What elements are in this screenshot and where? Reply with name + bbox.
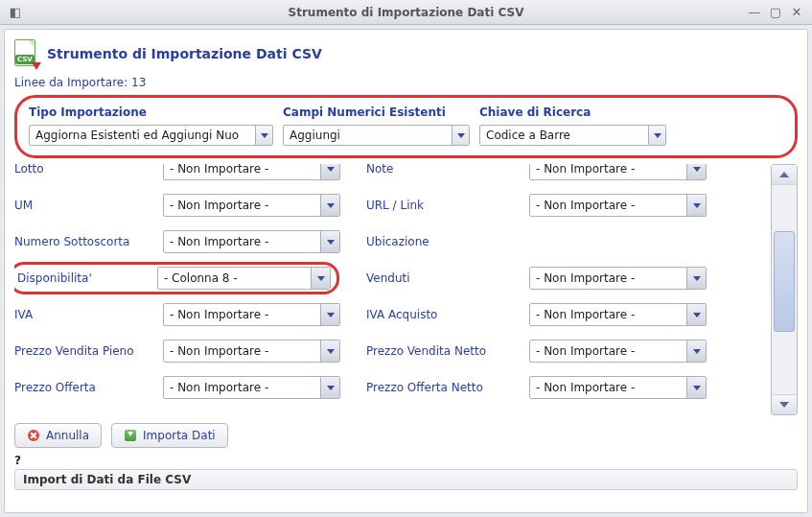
chiave-ricerca-select[interactable]: Codice a Barre — [479, 125, 666, 146]
field-label-poffertanetto: Prezzo Offerta Netto — [366, 381, 529, 394]
chevron-down-icon — [320, 377, 339, 398]
field-row: Prezzo Vendita Pieno - Non Importare - P… — [14, 333, 763, 369]
field-row: Prezzo Offerta - Non Importare - Prezzo … — [14, 369, 763, 406]
field-select-iva[interactable]: - Non Importare - — [163, 303, 340, 326]
cancel-button[interactable]: Annulla — [14, 423, 102, 448]
field-label-pofferta: Prezzo Offerta — [14, 381, 163, 394]
chevron-down-icon — [255, 126, 272, 145]
csv-file-icon: CSV — [14, 39, 39, 68]
campi-numerici-select[interactable]: Aggiungi — [283, 125, 470, 146]
chevron-down-icon — [686, 341, 706, 362]
field-select-venduti[interactable]: - Non Importare - — [529, 267, 707, 290]
chevron-down-icon — [320, 231, 339, 252]
chevron-down-icon — [311, 268, 330, 289]
field-select-note[interactable]: - Non Importare - — [529, 164, 707, 180]
chiave-ricerca-label: Chiave di Ricerca — [479, 106, 681, 119]
lines-to-import-label: Linee da Importare: 13 — [5, 72, 807, 95]
field-row: Disponibilita' - Colonna 8 - Venduti - N… — [14, 260, 763, 296]
chevron-down-icon — [320, 164, 339, 179]
field-select-urllink[interactable]: - Non Importare - — [529, 194, 707, 217]
client-area: CSV Strumento di Importazione Dati CSV L… — [4, 29, 808, 513]
field-label-ubicazione: Ubicazione — [366, 235, 529, 248]
import-button-label: Importa Dati — [143, 429, 216, 442]
campi-numerici-label: Campi Numerici Esistenti — [283, 106, 479, 119]
window-titlebar: ◧ Strumento di Importazione Dati CSV — ▢… — [0, 0, 812, 25]
scroll-up-icon[interactable] — [772, 165, 797, 184]
import-options-group: Tipo Importazione Campi Numerici Esisten… — [14, 95, 798, 158]
field-label-iva: IVA — [14, 308, 163, 321]
campi-numerici-value: Aggiungi — [284, 129, 452, 142]
chiave-ricerca-value: Codice a Barre — [480, 129, 648, 142]
field-label-venduti: Venduti — [366, 271, 529, 285]
scroll-thumb[interactable] — [774, 231, 795, 332]
chevron-down-icon — [320, 195, 339, 216]
field-select-ivaacquisto[interactable]: - Non Importare - — [529, 303, 707, 326]
tipo-importazione-label: Tipo Importazione — [29, 106, 283, 119]
status-bar: Import di Dati da File CSV — [14, 469, 798, 490]
status-area: ? — [5, 454, 807, 467]
field-select-pvpieno[interactable]: - Non Importare - — [163, 340, 340, 363]
window-title: Strumento di Importazione Dati CSV — [0, 6, 812, 19]
chevron-down-icon — [686, 268, 706, 289]
field-label-ivaacquisto: IVA Acquisto — [366, 308, 529, 321]
chevron-down-icon — [320, 341, 339, 362]
chevron-down-icon — [320, 304, 339, 325]
page-title: Strumento di Importazione Dati CSV — [47, 46, 322, 61]
chevron-down-icon — [686, 195, 706, 216]
field-select-nsottoscorta[interactable]: - Non Importare - — [163, 230, 340, 253]
field-select-um[interactable]: - Non Importare - — [163, 194, 340, 217]
chevron-down-icon — [452, 126, 469, 145]
scroll-track[interactable] — [772, 184, 797, 395]
import-button[interactable]: Importa Dati — [111, 423, 228, 448]
chevron-down-icon — [686, 304, 706, 325]
help-question-mark[interactable]: ? — [14, 454, 21, 467]
vertical-scrollbar[interactable] — [771, 164, 798, 415]
import-icon — [124, 429, 137, 442]
field-label-nsottoscorta: Numero Sottoscorta — [14, 235, 163, 248]
field-select-pvnnetto[interactable]: - Non Importare - — [529, 340, 707, 363]
tipo-importazione-value: Aggiorna Esistenti ed Aggiungi Nuo — [30, 129, 255, 142]
minimize-icon[interactable]: — — [747, 5, 762, 20]
field-label-pvpieno: Prezzo Vendita Pieno — [14, 344, 163, 358]
field-label-urllink: URL / Link — [366, 199, 529, 212]
window-menu-icon[interactable]: ◧ — [8, 5, 23, 20]
field-mapping-area: Lotto - Non Importare - Note - Non Impor… — [14, 164, 798, 415]
field-row: UM - Non Importare - URL / Link - Non Im… — [14, 187, 763, 223]
field-select-lotto[interactable]: - Non Importare - — [163, 164, 340, 180]
field-row: Numero Sottoscorta - Non Importare - Ubi… — [14, 223, 763, 260]
tipo-importazione-select[interactable]: Aggiorna Esistenti ed Aggiungi Nuo — [29, 125, 273, 146]
field-select-disponibilita[interactable]: - Colonna 8 - — [157, 267, 331, 290]
field-label-um: UM — [14, 199, 163, 212]
action-buttons: Annulla Importa Dati — [5, 415, 807, 454]
scroll-down-icon[interactable] — [772, 395, 797, 414]
field-disponibilita-highlight: Disponibilita' - Colonna 8 - — [14, 262, 345, 294]
chevron-down-icon — [686, 377, 706, 398]
field-select-poffertanetto[interactable]: - Non Importare - — [529, 376, 707, 399]
field-row: IVA - Non Importare - IVA Acquisto - Non… — [14, 296, 763, 333]
field-label-lotto: Lotto — [14, 164, 163, 176]
cancel-icon — [27, 429, 40, 442]
chevron-down-icon — [648, 126, 665, 145]
field-rows-viewport: Lotto - Non Importare - Note - Non Impor… — [14, 164, 763, 415]
field-row: Lotto - Non Importare - Note - Non Impor… — [14, 164, 763, 187]
field-label-disponibilita: Disponibilita' — [17, 271, 157, 285]
field-label-note: Note — [366, 164, 529, 176]
page-header: CSV Strumento di Importazione Dati CSV — [5, 30, 807, 72]
cancel-button-label: Annulla — [46, 429, 89, 442]
field-select-pofferta[interactable]: - Non Importare - — [163, 376, 340, 399]
chevron-down-icon — [686, 164, 706, 179]
field-label-pvnnetto: Prezzo Vendita Netto — [366, 344, 529, 358]
maximize-icon[interactable]: ▢ — [768, 5, 783, 20]
close-icon[interactable]: ✕ — [789, 5, 804, 20]
